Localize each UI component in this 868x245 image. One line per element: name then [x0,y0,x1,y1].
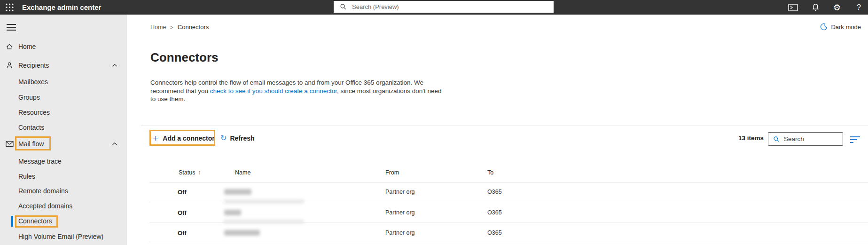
powershell-terminal-icon[interactable] [788,0,798,15]
column-header-from[interactable]: From [385,169,399,176]
row-to: O365 [487,229,502,236]
home-icon [6,43,13,50]
breadcrumb: Home > Connectors [150,24,209,31]
sidebar-item-mail-flow[interactable]: Mail flow [0,138,127,150]
row-status: Off [178,189,187,196]
sort-ascending-icon: ↑ [198,169,201,176]
row-from: Partner org [385,189,415,195]
envelope-icon [6,141,14,147]
notifications-bell-icon[interactable] [812,0,820,15]
list-search-placeholder: Search [784,135,804,142]
settings-gear-icon[interactable]: ⚙ [833,0,841,15]
search-icon [340,3,347,10]
breadcrumb-chevron-icon: > [170,24,173,30]
global-search-placeholder: Search (Preview) [352,3,399,10]
app-launcher-icon[interactable] [5,3,14,12]
row-status: Off [178,229,187,237]
add-connector-button[interactable]: + Add a connector [153,132,215,145]
chevron-up-icon [112,142,117,146]
sidebar-item-groups[interactable]: Groups [0,92,127,103]
plus-icon: + [153,134,158,143]
column-header-name[interactable]: Name [235,169,250,176]
chevron-up-icon [112,63,117,67]
person-icon [6,62,13,69]
refresh-button[interactable]: ↻ Refresh [220,132,255,145]
refresh-icon: ↻ [220,134,227,142]
moon-icon [820,23,828,31]
nav-collapse-hamburger-icon[interactable] [7,24,16,31]
app-title: Exchange admin center [22,0,101,15]
help-icon[interactable]: ? [857,0,861,15]
sidebar-item-connectors[interactable]: Connectors [0,215,127,227]
sidebar-item-remote-domains[interactable]: Remote domains [0,185,127,197]
row-to: O365 [487,189,502,195]
items-count: 13 items [738,134,764,142]
breadcrumb-current: Connectors [178,24,209,31]
redacted-name-blur [224,230,260,236]
list-search-input[interactable]: Search [768,132,843,146]
column-header-to[interactable]: To [487,169,493,176]
sidebar-item-message-trace[interactable]: Message trace [0,156,127,167]
left-navigation: Home Recipients Mailboxes Groups Resourc… [0,15,127,245]
breadcrumb-home-link[interactable]: Home [150,24,166,31]
top-app-bar: Exchange admin center Search (Preview) ⚙… [0,0,868,15]
column-header-status[interactable]: Status↑ [179,169,201,176]
sidebar-item-high-volume-email[interactable]: High Volume Email (Preview) [0,231,127,242]
toolbar-top-divider [141,126,868,126]
sidebar-item-mailboxes[interactable]: Mailboxes [0,76,127,87]
redacted-name-blur [224,210,241,215]
page-title: Connectors [150,50,218,65]
sidebar-item-recipients[interactable]: Recipients [0,60,127,71]
create-connector-check-link[interactable]: check to see if you should create a conn… [210,87,339,95]
page-description: Connectors help control the flow of emai… [150,79,442,103]
row-divider [149,242,868,242]
sidebar-item-accepted-domains[interactable]: Accepted domains [0,200,127,212]
sidebar-item-rules[interactable]: Rules [0,171,127,182]
global-search-input[interactable]: Search (Preview) [334,1,554,13]
dark-mode-toggle[interactable]: Dark mode [820,23,861,31]
sidebar-item-home[interactable]: Home [0,41,127,52]
row-from: Partner org [385,209,415,216]
row-from: Partner org [385,229,415,236]
dark-mode-label: Dark mode [831,24,861,31]
sidebar-item-resources[interactable]: Resources [0,107,127,118]
waffle-grid-icon [5,3,14,12]
filter-sort-icon[interactable] [850,136,860,145]
redacted-name-blur [224,189,251,195]
main-content: Home > Connectors Dark mode Connectors C… [127,15,868,245]
search-icon [773,136,780,142]
row-status: Off [178,209,187,216]
row-to: O365 [487,209,502,216]
sidebar-item-contacts[interactable]: Contacts [0,122,127,133]
